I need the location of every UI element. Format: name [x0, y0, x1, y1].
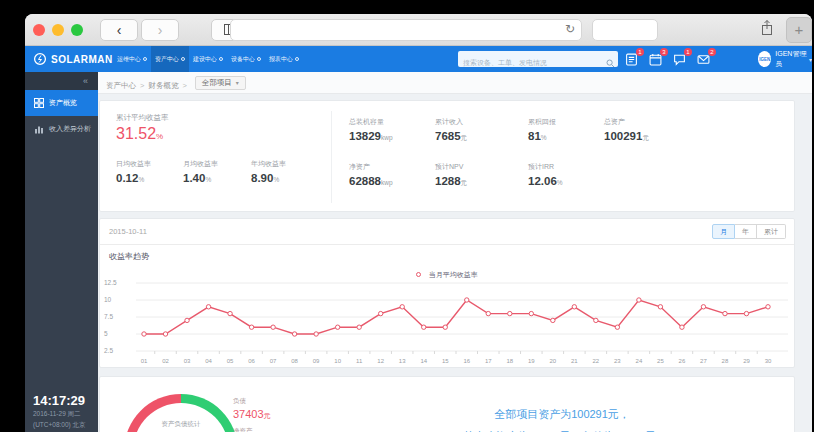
data-point[interactable]	[400, 305, 404, 309]
breadcrumb-path: 资产中心>财务概览>	[106, 74, 191, 92]
stat-4: 净资产62888kwp	[349, 162, 393, 187]
nav-item-0[interactable]: 运维中心	[113, 46, 151, 72]
data-point[interactable]	[680, 325, 684, 329]
data-point[interactable]	[271, 325, 275, 329]
data-point[interactable]	[637, 298, 641, 302]
sidebar-clock: 14:17:29 2016-11-29 周二 (UTC+08:00) 北京	[33, 393, 86, 430]
data-point[interactable]	[249, 325, 253, 329]
range-button-月[interactable]: 月	[712, 224, 735, 239]
unit: kwp	[381, 179, 393, 186]
secondary-address-field[interactable]	[592, 19, 658, 41]
svg-text:06: 06	[248, 358, 255, 364]
breadcrumb-crumb[interactable]: 财务概览	[148, 81, 178, 90]
search-input[interactable]	[458, 56, 598, 70]
svg-text:04: 04	[205, 358, 212, 364]
svg-text:12: 12	[377, 358, 384, 364]
data-point[interactable]	[615, 325, 619, 329]
zoom-window-button[interactable]	[71, 24, 83, 36]
data-point[interactable]	[335, 325, 339, 329]
data-point[interactable]	[314, 332, 318, 336]
chat-icon[interactable]: 1	[673, 52, 687, 66]
main-rate-value: 31.52%	[116, 125, 163, 143]
data-point[interactable]	[292, 332, 296, 336]
svg-text:07: 07	[270, 358, 277, 364]
sub-rate-1: 月均收益率1.40%	[183, 159, 218, 184]
breadcrumb-separator: >	[182, 81, 186, 90]
value: 13829	[349, 130, 381, 142]
nav-item-4[interactable]: 报表中心	[265, 46, 303, 72]
data-point[interactable]	[378, 311, 382, 315]
minimize-window-button[interactable]	[52, 24, 64, 36]
app-header: SOLARMAN 运维中心资产中心建设中心设备中心报表中心 1312 IGEN …	[25, 46, 812, 72]
clock-timezone: (UTC+08:00) 北京	[33, 421, 86, 430]
data-point[interactable]	[551, 318, 555, 322]
data-point[interactable]	[486, 311, 490, 315]
data-point[interactable]	[206, 305, 210, 309]
data-point[interactable]	[465, 298, 469, 302]
unit: %	[541, 134, 547, 141]
nav-item-1[interactable]: 资产中心	[151, 46, 189, 72]
svg-text:21: 21	[571, 358, 578, 364]
svg-text:28: 28	[722, 358, 729, 364]
svg-text:23: 23	[614, 358, 621, 364]
data-point[interactable]	[163, 332, 167, 336]
data-point[interactable]	[572, 305, 576, 309]
new-tab-button[interactable]: +	[786, 17, 812, 43]
stat-label: 总装机容量	[349, 117, 393, 127]
nav-item-2[interactable]: 建设中心	[189, 46, 227, 72]
avatar: IGEN	[758, 51, 771, 67]
data-point[interactable]	[357, 325, 361, 329]
sidebar-item-0[interactable]: 资产概览	[25, 90, 98, 116]
stat-value: 1288元	[435, 175, 467, 188]
report-icon[interactable]: 1	[625, 52, 639, 66]
data-point[interactable]	[744, 311, 748, 315]
header-nav: 运维中心资产中心建设中心设备中心报表中心	[113, 46, 303, 72]
data-point[interactable]	[142, 332, 146, 336]
chevron-down-icon: ▾	[809, 56, 812, 63]
search-icon[interactable]	[606, 54, 615, 72]
sidebar-item-1[interactable]: 收入差异分析	[25, 116, 98, 142]
data-point[interactable]	[443, 325, 447, 329]
user-name: IGEN管理员	[775, 49, 807, 69]
unit: 元	[461, 179, 468, 186]
balance-stat-label: 净资产	[233, 427, 271, 432]
data-point[interactable]	[228, 311, 232, 315]
range-button-年[interactable]: 年	[735, 224, 757, 239]
range-button-累计[interactable]: 累计	[757, 224, 786, 239]
forward-button[interactable]: ›	[141, 19, 179, 41]
user-menu[interactable]: IGEN IGEN管理员 ▾	[758, 46, 812, 72]
data-point[interactable]	[701, 305, 705, 309]
nav-dropdown-icon	[295, 57, 299, 61]
data-point[interactable]	[529, 311, 533, 315]
date-picker[interactable]: 2015-10-11	[109, 227, 147, 236]
nav-item-3[interactable]: 设备中心	[227, 46, 265, 72]
value: 1.40	[183, 172, 205, 184]
data-point[interactable]	[766, 305, 770, 309]
close-window-button[interactable]	[33, 24, 45, 36]
svg-text:10: 10	[104, 296, 112, 303]
stat-6: 预计IRR12.06%	[528, 162, 563, 187]
mail-icon[interactable]: 2	[697, 52, 711, 66]
address-bar[interactable]: ↻	[230, 19, 582, 41]
project-selector[interactable]: 全部项目 ▾	[195, 76, 246, 90]
share-icon[interactable]	[755, 19, 779, 41]
svg-text:02: 02	[162, 358, 169, 364]
solarman-logo[interactable]: SOLARMAN	[33, 46, 113, 72]
data-point[interactable]	[508, 311, 512, 315]
breadcrumb-crumb[interactable]: 资产中心	[106, 81, 136, 90]
sub-rate-0: 日均收益率0.12%	[116, 159, 151, 184]
balance-stat-1: 净资产62888元	[233, 427, 271, 432]
data-point[interactable]	[422, 325, 426, 329]
sidebar-collapse-button[interactable]: «	[25, 72, 98, 90]
calendar-icon[interactable]: 3	[649, 52, 663, 66]
back-button[interactable]: ‹	[100, 19, 138, 41]
data-point[interactable]	[658, 305, 662, 309]
data-point[interactable]	[185, 318, 189, 322]
stat-label: 累计收入	[435, 117, 467, 127]
stat-value: 100291元	[604, 130, 649, 143]
data-point[interactable]	[723, 311, 727, 315]
svg-text:18: 18	[506, 358, 513, 364]
trend-chart: 2.557.51012.5010203040506070809101112131…	[100, 275, 796, 369]
reload-icon[interactable]: ↻	[565, 22, 575, 36]
data-point[interactable]	[594, 318, 598, 322]
